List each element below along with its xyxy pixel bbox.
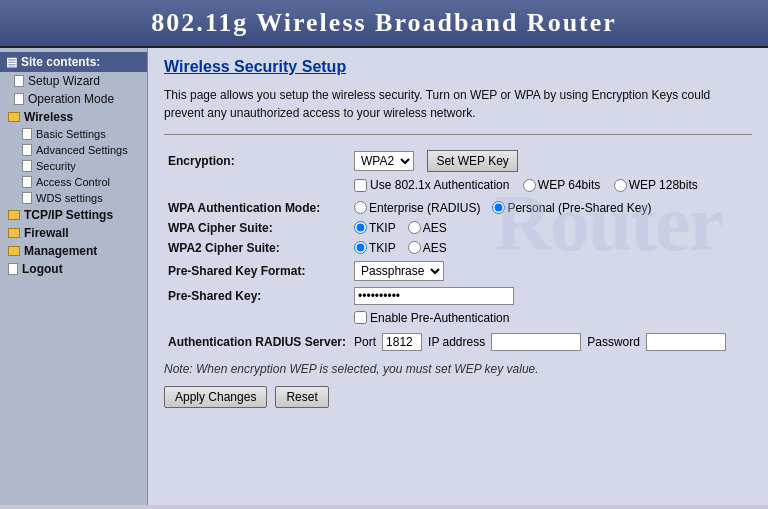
folder-icon (8, 210, 20, 220)
sidebar-item-operation-mode[interactable]: Operation Mode (0, 90, 147, 108)
sidebar-item-firewall[interactable]: Firewall (0, 224, 147, 242)
sidebar-item-access-control[interactable]: Access Control (0, 174, 147, 190)
wpa-tkip-radio[interactable] (354, 221, 367, 234)
enterprise-option[interactable]: Enterprise (RADIUS) (354, 201, 480, 215)
sidebar-item-basic-settings[interactable]: Basic Settings (0, 126, 147, 142)
8021x-row: Use 802.1x Authentication WEP 64bits WEP… (164, 175, 752, 198)
encryption-select[interactable]: None WEP WPA WPA2 (354, 151, 414, 171)
divider (164, 134, 752, 135)
enable-preauthentication-label[interactable]: Enable Pre-Authentication (354, 311, 509, 325)
page-description: This page allows you setup the wireless … (164, 86, 752, 122)
sidebar-item-security[interactable]: Security (0, 158, 147, 174)
wpa2-tkip-option[interactable]: TKIP (354, 241, 396, 255)
ip-address-label: IP address (428, 335, 485, 349)
doc-icon (14, 75, 24, 87)
doc-icon (8, 263, 18, 275)
doc-icon (22, 192, 32, 204)
wpa-auth-group: Enterprise (RADIUS) Personal (Pre-Shared… (354, 201, 748, 215)
enterprise-radio[interactable] (354, 201, 367, 214)
wep128-label[interactable]: WEP 128bits (614, 178, 698, 192)
sidebar-title: ▤ Site contents: (0, 52, 147, 72)
content-wrapper: Router Wireless Security Setup This page… (164, 58, 752, 408)
sidebar-item-logout[interactable]: Logout (0, 260, 147, 278)
wep128-radio[interactable] (614, 179, 627, 192)
password-label: Password (587, 335, 640, 349)
settings-form: Encryption: None WEP WPA WPA2 Set WEP Ke… (164, 147, 752, 354)
wpa2-cipher-row: WPA2 Cipher Suite: TKIP AES (164, 238, 752, 258)
radius-fields: Port IP address Password (354, 333, 748, 351)
wpa-cipher-label: WPA Cipher Suite: (164, 218, 350, 238)
wpa-aes-option[interactable]: AES (408, 221, 447, 235)
psk-row: Pre-Shared Key: (164, 284, 752, 308)
folder-icon (8, 112, 20, 122)
psk-label: Pre-Shared Key: (164, 284, 350, 308)
set-wep-key-button[interactable]: Set WEP Key (427, 150, 517, 172)
sidebar-item-advanced-settings[interactable]: Advanced Settings (0, 142, 147, 158)
sidebar-title-icon: ▤ (6, 55, 17, 69)
wpa-cipher-row: WPA Cipher Suite: TKIP AES (164, 218, 752, 238)
sidebar-item-wireless[interactable]: Wireless (0, 108, 147, 126)
wep64-label[interactable]: WEP 64bits (523, 178, 600, 192)
radius-row: Authentication RADIUS Server: Port IP ad… (164, 330, 752, 354)
use-8021x-checkbox[interactable] (354, 179, 367, 192)
port-label: Port (354, 335, 376, 349)
page-title: Wireless Security Setup (164, 58, 752, 76)
sidebar-item-wds-settings[interactable]: WDS settings (0, 190, 147, 206)
preauthentication-row: Enable Pre-Authentication (164, 308, 752, 331)
psk-input[interactable] (354, 287, 514, 305)
wpa2-aes-option[interactable]: AES (408, 241, 447, 255)
wpa-aes-radio[interactable] (408, 221, 421, 234)
encryption-label: Encryption: (164, 147, 350, 175)
doc-icon (14, 93, 24, 105)
psk-format-label: Pre-Shared Key Format: (164, 258, 350, 284)
radius-password-input[interactable] (646, 333, 726, 351)
encryption-row: Encryption: None WEP WPA WPA2 Set WEP Ke… (164, 147, 752, 175)
note-text: Note: When encryption WEP is selected, y… (164, 362, 752, 376)
wpa-auth-row: WPA Authentication Mode: Enterprise (RAD… (164, 198, 752, 218)
wpa-tkip-option[interactable]: TKIP (354, 221, 396, 235)
header-title: 802.11g Wireless Broadband Router (151, 8, 617, 37)
doc-icon (22, 160, 32, 172)
psk-format-select[interactable]: Passphrase Hex (354, 261, 444, 281)
sidebar-item-tcp-ip[interactable]: TCP/IP Settings (0, 206, 147, 224)
sidebar-item-management[interactable]: Management (0, 242, 147, 260)
sidebar: ▤ Site contents: Setup Wizard Operation … (0, 48, 148, 505)
personal-radio[interactable] (492, 201, 505, 214)
wpa-cipher-group: TKIP AES (354, 221, 748, 235)
folder-icon (8, 228, 20, 238)
folder-icon (8, 246, 20, 256)
page-header: 802.11g Wireless Broadband Router (0, 0, 768, 48)
wpa2-tkip-radio[interactable] (354, 241, 367, 254)
content-area: Router Wireless Security Setup This page… (148, 48, 768, 505)
enable-preauthentication-checkbox[interactable] (354, 311, 367, 324)
apply-changes-button[interactable]: Apply Changes (164, 386, 267, 408)
buttons-row: Apply Changes Reset (164, 386, 752, 408)
reset-button[interactable]: Reset (275, 386, 328, 408)
wpa2-cipher-label: WPA2 Cipher Suite: (164, 238, 350, 258)
encryption-value-cell: None WEP WPA WPA2 Set WEP Key (350, 147, 752, 175)
use-8021x-label[interactable]: Use 802.1x Authentication (354, 178, 509, 192)
doc-icon (22, 128, 32, 140)
personal-option[interactable]: Personal (Pre-Shared Key) (492, 201, 651, 215)
port-input[interactable] (382, 333, 422, 351)
sidebar-item-setup-wizard[interactable]: Setup Wizard (0, 72, 147, 90)
doc-icon (22, 144, 32, 156)
wep64-radio[interactable] (523, 179, 536, 192)
ip-address-input[interactable] (491, 333, 581, 351)
psk-format-row: Pre-Shared Key Format: Passphrase Hex (164, 258, 752, 284)
wpa2-aes-radio[interactable] (408, 241, 421, 254)
wpa2-cipher-group: TKIP AES (354, 241, 748, 255)
wpa-auth-label: WPA Authentication Mode: (164, 198, 350, 218)
doc-icon (22, 176, 32, 188)
radius-label: Authentication RADIUS Server: (164, 330, 350, 354)
